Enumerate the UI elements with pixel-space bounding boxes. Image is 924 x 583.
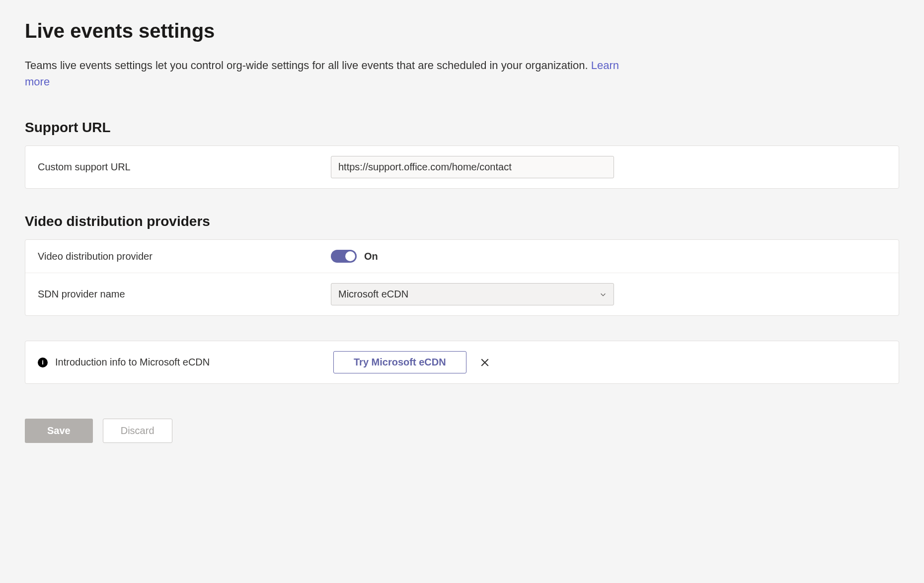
support-url-label: Custom support URL bbox=[38, 161, 331, 173]
sdn-provider-label: SDN provider name bbox=[38, 289, 331, 300]
page-title: Live events settings bbox=[25, 20, 899, 42]
close-icon[interactable] bbox=[479, 357, 491, 368]
toggle-wrapper: On bbox=[331, 250, 378, 263]
sdn-provider-select[interactable]: Microsoft eCDN bbox=[331, 283, 614, 305]
toggle-state-label: On bbox=[364, 251, 378, 262]
section-title-support-url: Support URL bbox=[25, 120, 899, 136]
section-title-video-providers: Video distribution providers bbox=[25, 214, 899, 229]
support-url-control bbox=[331, 156, 886, 178]
video-provider-toggle-row: Video distribution provider On bbox=[25, 240, 899, 273]
sdn-provider-value: Microsoft eCDN bbox=[338, 289, 408, 300]
discard-button[interactable]: Discard bbox=[103, 419, 172, 443]
footer-buttons: Save Discard bbox=[25, 419, 899, 443]
video-provider-toggle-control: On bbox=[331, 250, 886, 263]
sdn-provider-row: SDN provider name Microsoft eCDN bbox=[25, 273, 899, 315]
page-description: Teams live events settings let you contr… bbox=[25, 57, 621, 90]
info-banner-text: Introduction info to Microsoft eCDN bbox=[55, 357, 333, 368]
try-ecdn-button[interactable]: Try Microsoft eCDN bbox=[333, 351, 466, 373]
support-url-row: Custom support URL bbox=[25, 146, 899, 188]
support-url-input[interactable] bbox=[331, 156, 614, 178]
support-url-card: Custom support URL bbox=[25, 146, 899, 189]
toggle-knob bbox=[345, 251, 355, 261]
sdn-provider-control: Microsoft eCDN bbox=[331, 283, 886, 305]
video-provider-toggle-label: Video distribution provider bbox=[38, 251, 331, 262]
description-text: Teams live events settings let you contr… bbox=[25, 59, 591, 72]
info-icon: i bbox=[38, 358, 48, 367]
video-providers-card: Video distribution provider On SDN provi… bbox=[25, 239, 899, 316]
info-banner: i Introduction info to Microsoft eCDN Tr… bbox=[25, 341, 899, 384]
save-button[interactable]: Save bbox=[25, 419, 93, 443]
chevron-down-icon bbox=[600, 291, 607, 298]
video-provider-toggle[interactable] bbox=[331, 250, 357, 263]
